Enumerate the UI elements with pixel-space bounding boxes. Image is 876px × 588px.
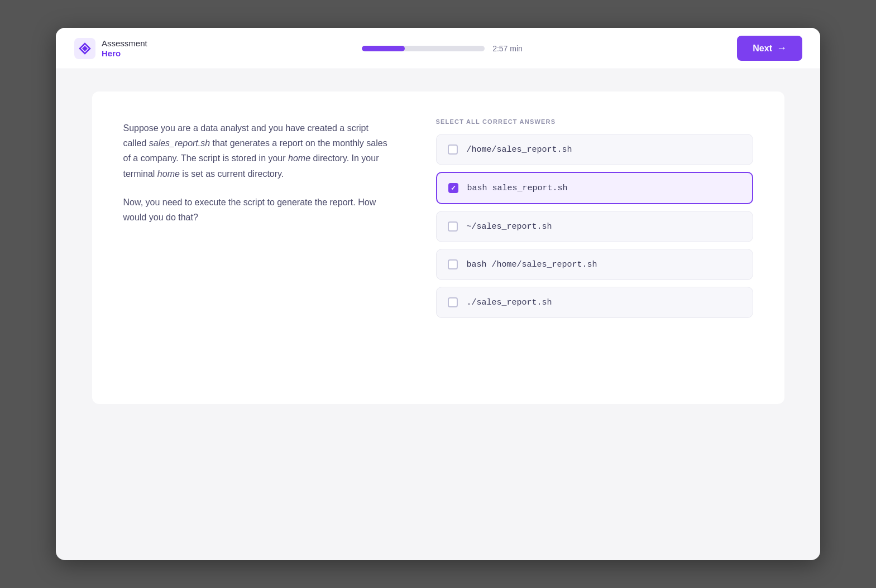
answer-text-1: /home/sales_report.sh [467, 145, 572, 155]
checkbox-3[interactable] [448, 221, 458, 232]
checkbox-1[interactable] [448, 144, 458, 155]
answer-option-5[interactable]: ./sales_report.sh [436, 287, 753, 318]
main-content: Suppose you are a data analyst and you h… [56, 69, 820, 560]
question-paragraph1: Suppose you are a data analyst and you h… [123, 121, 391, 181]
logo-line2: Hero [102, 49, 147, 59]
answer-option-3[interactable]: ~/sales_report.sh [436, 211, 753, 242]
home-dir-italic: home [288, 153, 310, 163]
logo-area: Assessment Hero [74, 37, 147, 60]
script-name-italic: sales_report.sh [149, 138, 210, 148]
progress-bar-fill [362, 46, 405, 51]
answer-option-1[interactable]: /home/sales_report.sh [436, 134, 753, 165]
logo-icon [74, 37, 96, 60]
checkbox-2[interactable] [448, 183, 458, 193]
answer-text-5: ./sales_report.sh [467, 298, 552, 307]
question-card: Suppose you are a data analyst and you h… [92, 91, 784, 404]
progress-area: 2:57 min [362, 44, 523, 53]
checkbox-5[interactable] [448, 297, 458, 307]
question-section: Suppose you are a data analyst and you h… [123, 118, 391, 377]
arrow-right-icon: → [777, 42, 787, 54]
next-button[interactable]: Next → [737, 36, 802, 61]
checkbox-4[interactable] [448, 259, 458, 269]
answer-text-2: bash sales_report.sh [467, 184, 568, 193]
next-button-label: Next [753, 44, 772, 54]
app-window: Assessment Hero 2:57 min Next → Suppose … [56, 28, 820, 560]
answer-text-4: bash /home/sales_report.sh [467, 260, 597, 269]
home-terminal-italic: home [157, 169, 180, 179]
answers-label: SELECT ALL CORRECT ANSWERS [436, 118, 753, 125]
logo-text: Assessment Hero [102, 38, 147, 59]
answers-section: SELECT ALL CORRECT ANSWERS /home/sales_r… [436, 118, 753, 377]
header: Assessment Hero 2:57 min Next → [56, 28, 820, 69]
question-text: Suppose you are a data analyst and you h… [123, 121, 391, 225]
answer-option-2[interactable]: bash sales_report.sh [436, 172, 753, 204]
progress-bar-container [362, 46, 485, 51]
answer-option-4[interactable]: bash /home/sales_report.sh [436, 249, 753, 280]
progress-time: 2:57 min [492, 44, 523, 53]
answer-text-3: ~/sales_report.sh [467, 222, 552, 232]
question-paragraph2: Now, you need to execute the script to g… [123, 195, 391, 225]
logo-line1: Assessment [102, 38, 147, 49]
